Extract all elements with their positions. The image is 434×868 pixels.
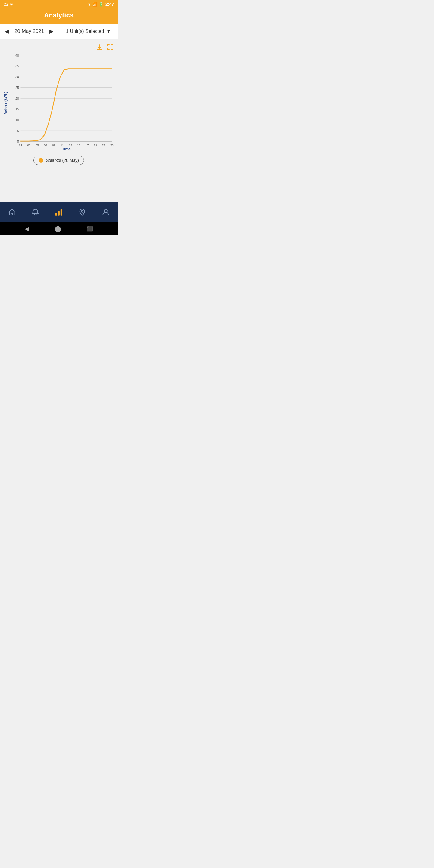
current-date: 20 May 2021 (14, 28, 44, 34)
chart-toolbar (0, 42, 118, 53)
y-axis-label: Values (kWh) (3, 92, 7, 114)
svg-text:40: 40 (16, 54, 19, 57)
controls-row: ◀ 20 May 2021 ▶ 1 Unit(s) Selected ▼ (0, 24, 118, 39)
download-button[interactable] (96, 43, 103, 52)
svg-text:05: 05 (36, 144, 39, 147)
svg-text:17: 17 (86, 144, 89, 147)
svg-rect-32 (55, 213, 57, 216)
svg-text:21: 21 (102, 144, 105, 147)
svg-text:30: 30 (16, 75, 19, 79)
svg-text:09: 09 (52, 144, 56, 147)
svg-text:03: 03 (27, 144, 31, 147)
unit-dropdown-arrow: ▼ (106, 29, 111, 34)
person-icon (101, 208, 110, 216)
legend-item: Solarkol (20 May) (33, 156, 84, 165)
bell-icon (31, 208, 39, 216)
page-title: Analytics (44, 11, 73, 19)
svg-text:20: 20 (16, 97, 19, 100)
back-button[interactable]: ◀ (25, 225, 29, 232)
home-button[interactable]: ⬤ (55, 225, 61, 232)
svg-rect-33 (58, 211, 60, 216)
status-bar: 🗃 ☀ ▾ 📶 🔋 2:47 (0, 0, 118, 8)
unit-label: 1 Unit(s) Selected (66, 29, 104, 34)
legend-container: Solarkol (20 May) (0, 156, 118, 165)
download-icon (96, 43, 103, 51)
svg-text:10: 10 (16, 118, 19, 122)
svg-point-35 (82, 211, 83, 213)
nav-profile[interactable] (101, 208, 110, 216)
recent-button[interactable]: ⬛ (87, 226, 93, 232)
svg-text:Time: Time (62, 147, 70, 151)
bottom-nav (0, 202, 118, 222)
time-display: 2:47 (105, 2, 114, 7)
unit-selector[interactable]: 1 Unit(s) Selected ▼ (59, 29, 118, 34)
location-icon (78, 208, 87, 216)
svg-text:5: 5 (17, 129, 19, 133)
svg-rect-34 (61, 210, 62, 216)
signal-icon: 📶 (92, 2, 97, 7)
chart-line (21, 69, 112, 141)
svg-text:15: 15 (16, 107, 19, 111)
system-nav-bar: ◀ ⬤ ⬛ (0, 222, 118, 235)
app-header: Analytics (0, 8, 118, 24)
svg-text:23: 23 (110, 144, 114, 147)
coin-icon: ☀ (10, 2, 13, 7)
chart-svg: 0 5 10 15 20 25 30 35 40 01 03 05 07 09 … (11, 53, 115, 151)
svg-text:19: 19 (94, 144, 97, 147)
date-section: ◀ 20 May 2021 ▶ (0, 26, 59, 37)
chart-area: 0 5 10 15 20 25 30 35 40 01 03 05 07 09 … (11, 53, 115, 152)
chart-container: Values (kWh) 0 5 10 (0, 39, 118, 185)
content-spacer (0, 185, 118, 202)
svg-text:11: 11 (61, 144, 64, 147)
svg-text:07: 07 (44, 144, 47, 147)
nav-analytics[interactable] (55, 208, 63, 216)
analytics-icon (55, 208, 63, 216)
y-axis-label-container: Values (kWh) (0, 53, 11, 152)
svg-text:0: 0 (17, 140, 19, 143)
svg-text:35: 35 (16, 64, 19, 68)
svg-text:13: 13 (69, 144, 72, 147)
nav-alerts[interactable] (31, 208, 39, 216)
expand-icon (107, 43, 114, 51)
status-bar-right: ▾ 📶 🔋 2:47 (88, 2, 114, 7)
svg-text:25: 25 (16, 86, 19, 90)
expand-button[interactable] (107, 43, 114, 52)
legend-color-dot (38, 158, 43, 163)
wifi-icon: ▾ (88, 2, 90, 7)
nav-home[interactable] (7, 208, 16, 216)
battery-icon: 🔋 (99, 2, 104, 7)
sd-card-icon: 🗃 (4, 2, 8, 7)
svg-text:15: 15 (77, 144, 81, 147)
status-bar-left: 🗃 ☀ (4, 2, 13, 7)
prev-date-button[interactable]: ◀ (2, 26, 11, 37)
next-date-button[interactable]: ▶ (47, 26, 56, 37)
nav-location[interactable] (78, 208, 87, 216)
svg-point-36 (104, 210, 107, 212)
legend-label: Solarkol (20 May) (46, 158, 79, 163)
svg-text:01: 01 (19, 144, 22, 147)
home-icon (7, 208, 16, 216)
